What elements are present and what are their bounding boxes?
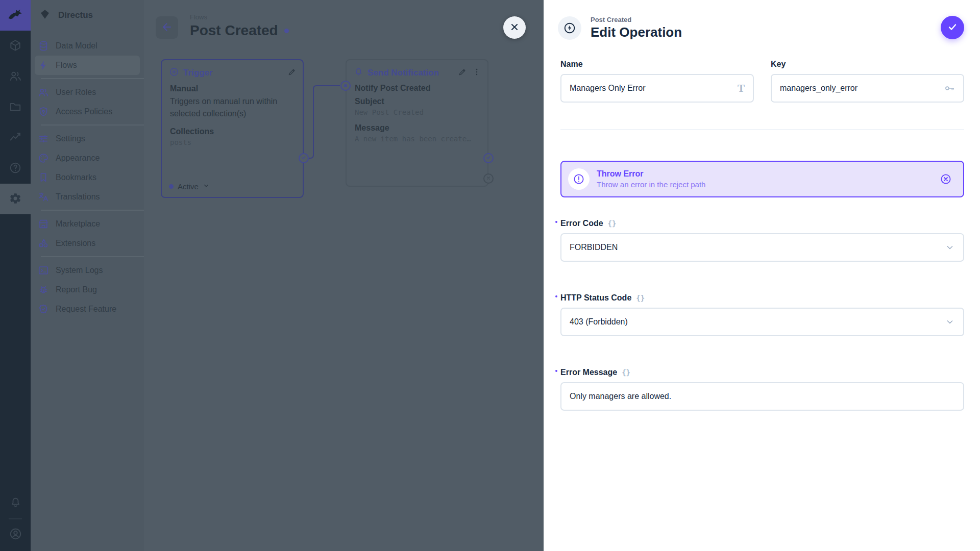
palette-icon [38, 153, 49, 164]
key-value: managers_only_error [780, 84, 944, 93]
flow-status-toggle[interactable]: Active [169, 182, 210, 191]
sidebar-item-request-feature[interactable]: Request Feature [31, 299, 144, 319]
circle-plus-icon [169, 67, 179, 79]
drawer-close-button[interactable] [503, 16, 526, 39]
sidebar-item-user-roles[interactable]: User Roles [31, 83, 144, 102]
section-divider [560, 129, 964, 130]
sidebar-item-settings[interactable]: Settings [31, 129, 144, 148]
message-value: A new item has been create… [355, 135, 479, 143]
module-help-button[interactable] [0, 153, 31, 184]
sidebar-item-label: Bookmarks [56, 173, 96, 182]
key-field-group: Key managers_only_error [771, 60, 964, 103]
trend-chart-icon [9, 131, 22, 145]
name-value: Managers Only Error [570, 84, 738, 93]
title-case-icon[interactable]: T [738, 82, 745, 95]
user-menu-button[interactable] [0, 522, 31, 547]
sidebar-item-access-policies[interactable]: Access Policies [31, 102, 144, 121]
project-name: Directus [58, 10, 93, 20]
operation-resolve-connector[interactable] [483, 153, 494, 163]
sidebar-item-label: Request Feature [56, 305, 116, 314]
operation-panel-send-notification[interactable]: Send Notification Notify Post Created Su… [346, 59, 488, 187]
trigger-resolve-connector[interactable] [299, 153, 309, 163]
check-icon [301, 154, 307, 163]
notifications-button[interactable] [0, 491, 31, 515]
module-files-button[interactable] [0, 92, 31, 122]
sidebar-item-bookmarks[interactable]: Bookmarks [31, 168, 144, 187]
shield-icon [38, 106, 49, 117]
sidebar-item-marketplace[interactable]: Marketplace [31, 214, 144, 234]
sidebar-divider [41, 210, 144, 211]
help-icon [9, 161, 22, 176]
sidebar-item-appearance[interactable]: Appearance [31, 148, 144, 168]
sidebar-item-label: Translations [56, 192, 100, 202]
translate-icon [38, 191, 49, 203]
tune-icon [38, 133, 49, 144]
sidebar-item-label: Extensions [56, 239, 95, 248]
storefront-icon [38, 218, 49, 230]
check-icon [485, 154, 492, 163]
http-status-select[interactable]: 403 (Forbidden) [560, 308, 964, 336]
error-message-value: Only managers are allowed. [570, 392, 955, 401]
sidebar-item-label: Data Model [56, 41, 97, 51]
edit-pencil-icon[interactable] [287, 67, 297, 79]
raw-value-icon[interactable]: {} [622, 368, 630, 377]
rabbit-icon [7, 6, 24, 25]
directus-logo[interactable] [0, 0, 31, 31]
arrow-left-icon [161, 21, 173, 35]
flow-canvas: Flows Post Created Trigger Manual Trigge… [144, 0, 544, 551]
operation-card-title: Send Notification [368, 68, 439, 78]
users-icon [9, 69, 22, 84]
error-message-label: Error Message [560, 368, 617, 377]
sidebar-item-label: Appearance [56, 154, 100, 163]
user-avatar-icon [9, 527, 22, 542]
save-button[interactable] [941, 16, 964, 39]
sidebar-item-label: Report Bug [56, 285, 97, 294]
trigger-panel[interactable]: Trigger Manual Triggers on manual run wi… [161, 59, 304, 198]
sidebar-item-system-logs[interactable]: System Logs [31, 261, 144, 280]
operation-input-connector[interactable] [340, 81, 351, 91]
module-content-button[interactable] [0, 31, 31, 61]
sidebar-item-flows[interactable]: Flows [35, 56, 140, 75]
edit-pencil-icon[interactable] [458, 67, 467, 79]
error-circle-icon [568, 168, 590, 190]
key-icon [944, 83, 955, 94]
x-icon [485, 174, 492, 183]
operation-name: Notify Post Created [355, 84, 479, 93]
sidebar-item-report-bug[interactable]: Report Bug [31, 280, 144, 299]
edit-operation-drawer: Post Created Edit Operation Name Manager… [544, 0, 980, 551]
nav-list: Data Model Flows User Roles Access Polic… [31, 31, 144, 319]
gear-icon [9, 192, 22, 207]
error-code-section: Error Code {} FORBIDDEN [560, 219, 964, 262]
deselect-operation-button[interactable] [940, 173, 952, 185]
back-button[interactable] [156, 16, 178, 39]
sidebar-item-data-model[interactable]: Data Model [31, 36, 144, 56]
selected-operation-banner[interactable]: Throw Error Throw an error in the reject… [560, 161, 964, 197]
raw-value-icon[interactable]: {} [608, 219, 617, 228]
kebab-menu-icon[interactable] [472, 67, 481, 79]
module-insights-button[interactable] [0, 122, 31, 153]
module-bar [0, 0, 31, 551]
error-code-select[interactable]: FORBIDDEN [560, 233, 964, 262]
raw-value-icon[interactable]: {} [636, 294, 645, 302]
box-icon [9, 39, 22, 54]
bell-icon [354, 67, 363, 79]
trigger-description: Triggers on manual run within selected c… [170, 95, 295, 120]
close-icon [509, 21, 520, 34]
breadcrumb[interactable]: Flows [190, 13, 289, 21]
sidebar-item-label: User Roles [56, 88, 96, 97]
module-settings-button[interactable] [0, 184, 31, 214]
error-message-input[interactable]: Only managers are allowed. [560, 382, 964, 411]
sidebar-item-extensions[interactable]: Extensions [31, 234, 144, 253]
name-input[interactable]: Managers Only Error T [560, 74, 754, 103]
key-input[interactable]: managers_only_error [771, 74, 964, 103]
drawer-title: Edit Operation [591, 24, 682, 40]
project-header[interactable]: Directus [31, 0, 144, 31]
sidebar-item-translations[interactable]: Translations [31, 187, 144, 207]
bell-icon [9, 496, 22, 510]
gem-icon [39, 8, 51, 22]
collections-value: posts [170, 138, 295, 146]
module-users-button[interactable] [0, 61, 31, 92]
operation-reject-connector[interactable] [483, 173, 494, 184]
trigger-card-title: Trigger [183, 68, 213, 78]
name-field-group: Name Managers Only Error T [560, 60, 754, 103]
